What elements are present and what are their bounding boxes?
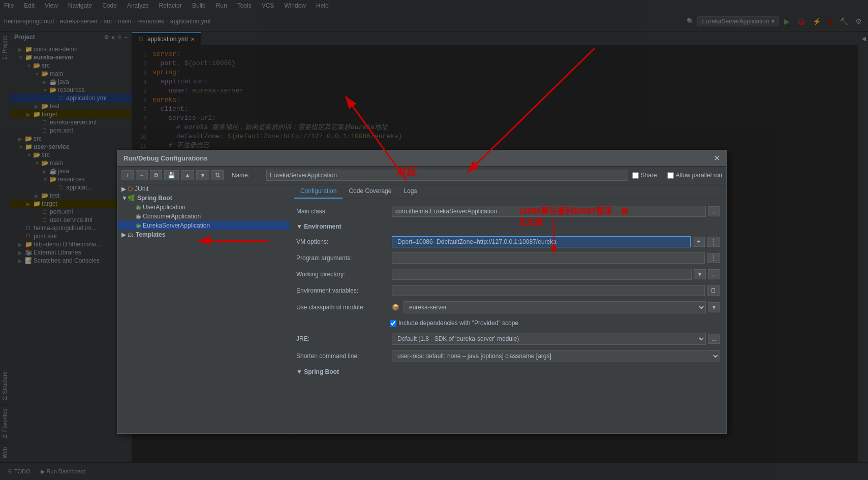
form-classpath-module: Use classpath of module: 📦 eureka-server… [290, 299, 726, 316]
shorten-cmdline-label: Shorten command line: [296, 353, 388, 360]
templates-icon: 🗂 [128, 231, 134, 238]
env-vars-label: Environment variables: [296, 287, 388, 294]
dlg-tree-junit[interactable]: ▶ ⬡ JUnit [117, 184, 290, 194]
junit-icon: ⬡ [128, 185, 133, 193]
dialog-close-button[interactable]: ✕ [714, 153, 720, 163]
working-dir-browse[interactable]: ... [708, 269, 720, 279]
program-args-value: ⋮ [392, 252, 720, 264]
vm-options-label: VM options: [296, 238, 388, 245]
tree-arrow: ▶ [121, 231, 128, 238]
share-row: Share Allow parallel run [632, 172, 722, 179]
form-include-deps: Include dependencies with "Provided" sco… [290, 316, 726, 330]
dlg-tree-templates[interactable]: ▶ 🗂 Templates [117, 230, 290, 239]
dialog-title-text: Run/Debug Configurations [123, 154, 207, 162]
working-dir-input[interactable] [392, 269, 692, 280]
working-dir-label: Working directory: [296, 271, 388, 278]
vm-options-value: + ⋮ [392, 236, 720, 247]
app-icon: ◉ [136, 204, 141, 211]
copy-config-button[interactable]: ⧉ [150, 170, 162, 180]
form-main-class: Main class: ... [290, 203, 726, 219]
vm-options-more[interactable]: ⋮ [707, 237, 720, 247]
dlg-tree-label: UserApplication [143, 204, 185, 211]
tree-arrow: ▶ [121, 185, 128, 193]
sort-button[interactable]: ⇅ [211, 170, 224, 180]
dialog-body: + − ⧉ 💾 ▲ ▼ ⇅ Name: Share Allow parallel… [117, 167, 726, 433]
tab-logs[interactable]: Logs [397, 184, 423, 199]
env-vars-input[interactable] [392, 285, 705, 296]
working-dir-select[interactable]: ▾ [694, 269, 706, 279]
env-vars-edit[interactable]: 🗒 [707, 285, 720, 296]
save-config-button[interactable]: 💾 [164, 170, 179, 180]
form-environment-section: ▼ Environment [290, 219, 726, 234]
vm-options-expand[interactable]: + [693, 237, 705, 247]
form-jre: JRE: Default (1.8 - SDK of 'eureka-serve… [290, 330, 726, 347]
shorten-cmdline-value: user-local default: none – java [options… [392, 350, 720, 362]
tab-code-coverage[interactable]: Code Coverage [343, 184, 397, 199]
bottom-section-header: ▼ Spring Boot [296, 368, 339, 375]
jre-select[interactable]: Default (1.8 - SDK of 'eureka-server' mo… [392, 333, 706, 345]
module-icon: 📦 [392, 304, 399, 311]
dlg-tree-consumerapplication[interactable]: ◉ ConsumerApplication [117, 212, 290, 221]
env-vars-value: 🗒 [392, 285, 720, 296]
parallel-checkbox-label[interactable]: Allow parallel run [667, 172, 722, 179]
classpath-module-select[interactable]: eureka-server [404, 301, 706, 313]
include-deps-label[interactable]: Include dependencies with "Provided" sco… [390, 319, 518, 327]
jre-value: Default (1.8 - SDK of 'eureka-server' mo… [392, 333, 720, 345]
dlg-tree-userapplication[interactable]: ◉ UserApplication [117, 203, 290, 212]
parallel-label: Allow parallel run [676, 172, 722, 179]
tree-arrow: ▼ [121, 195, 128, 202]
include-deps-text: Include dependencies with "Provided" sco… [398, 319, 518, 327]
config-form: Main class: ... ▼ Environment VM options… [290, 199, 726, 383]
form-env-vars: Environment variables: 🗒 [290, 282, 726, 299]
config-tree: ▶ ⬡ JUnit ▼ 🌿 Spring Boot ◉ UserApplicat… [117, 184, 290, 433]
program-args-expand[interactable]: ⋮ [707, 253, 720, 263]
name-input[interactable] [266, 170, 628, 181]
form-vm-options: VM options: + ⋮ [290, 234, 726, 250]
dialog-main: ▶ ⬡ JUnit ▼ 🌿 Spring Boot ◉ UserApplicat… [117, 184, 726, 433]
main-class-label: Main class: [296, 208, 388, 215]
form-program-args: Program arguments: ⋮ [290, 250, 726, 266]
form-working-dir: Working directory: ▾ ... [290, 266, 726, 282]
tab-configuration[interactable]: Configuration [294, 184, 343, 199]
shorten-cmdline-select[interactable]: user-local default: none – java [options… [392, 350, 720, 362]
program-args-input[interactable] [392, 252, 705, 264]
classpath-module-arrow[interactable]: ▾ [708, 302, 720, 312]
form-bottom-section: ▼ Spring Boot [290, 365, 726, 379]
config-panel: Configuration Code Coverage Logs Main cl… [290, 184, 726, 433]
share-label: Share [641, 172, 657, 179]
main-class-input[interactable] [392, 206, 706, 217]
working-dir-value: ▾ ... [392, 269, 720, 280]
dialog-config-tabs: Configuration Code Coverage Logs [290, 184, 726, 199]
share-checkbox[interactable] [632, 172, 639, 179]
section-header: ▼ Environment [296, 223, 342, 230]
dlg-tree-label: EurekaServerApplication [143, 222, 210, 229]
remove-config-button[interactable]: − [136, 170, 148, 180]
dlg-tree-label: ConsumerApplication [143, 213, 201, 220]
include-deps-checkbox[interactable] [390, 320, 396, 327]
name-row: Name: Share Allow parallel run [226, 170, 722, 181]
app-icon: ◉ [136, 222, 141, 229]
program-args-label: Program arguments: [296, 254, 388, 262]
spring-icon: 🌿 [128, 195, 135, 202]
share-checkbox-label[interactable]: Share [632, 172, 657, 179]
dlg-tree-springboot[interactable]: ▼ 🌿 Spring Boot [117, 194, 290, 203]
dialog-titlebar: Run/Debug Configurations ✕ [117, 150, 726, 167]
app-icon: ◉ [136, 213, 141, 220]
dlg-tree-label: Templates [136, 231, 165, 238]
vm-options-input[interactable] [392, 236, 691, 247]
jre-browse[interactable]: ... [708, 334, 720, 344]
run-debug-dialog: Run/Debug Configurations ✕ + − ⧉ 💾 ▲ ▼ ⇅… [117, 150, 727, 434]
move-up-button[interactable]: ▲ [181, 170, 194, 180]
dlg-tree-label: Spring Boot [137, 195, 172, 202]
dialog-toolbar: + − ⧉ 💾 ▲ ▼ ⇅ Name: Share Allow parallel… [117, 167, 726, 184]
name-label: Name: [232, 172, 262, 179]
form-shorten-cmdline: Shorten command line: user-local default… [290, 347, 726, 365]
add-config-button[interactable]: + [121, 170, 134, 180]
dlg-tree-label: JUnit [135, 185, 148, 193]
parallel-checkbox[interactable] [667, 172, 674, 179]
dlg-tree-eurekaserverapplication[interactable]: ◉ EurekaServerApplication [117, 221, 290, 230]
classpath-module-label: Use classpath of module: [296, 304, 388, 311]
classpath-module-value: 📦 eureka-server ▾ [392, 301, 720, 313]
move-down-button[interactable]: ▼ [196, 170, 209, 180]
main-class-browse[interactable]: ... [708, 206, 720, 216]
